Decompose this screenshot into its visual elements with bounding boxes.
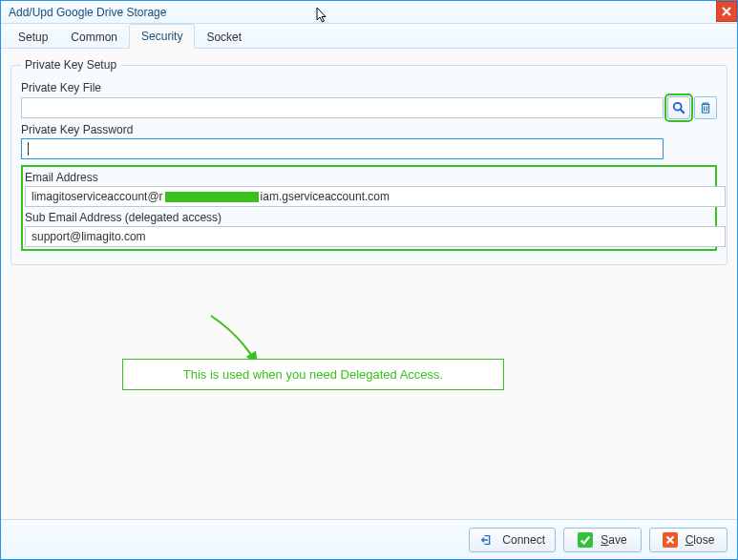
check-icon xyxy=(578,532,593,548)
groupbox-title: Private Key Setup xyxy=(21,58,120,72)
window-close-button[interactable] xyxy=(716,1,737,22)
tab-common[interactable]: Common xyxy=(59,26,129,49)
sub-email-input[interactable]: support@limagito.com xyxy=(25,226,726,247)
delegated-access-callout: This is used when you need Delegated Acc… xyxy=(122,359,504,390)
trash-icon xyxy=(699,101,712,114)
private-key-file-label: Private Key File xyxy=(21,81,717,94)
connect-button[interactable]: Connect xyxy=(469,528,556,552)
search-icon xyxy=(672,101,685,114)
content-area: Private Key Setup Private Key File Priva… xyxy=(1,49,737,519)
tab-socket[interactable]: Socket xyxy=(195,26,253,49)
close-icon xyxy=(722,7,731,16)
email-highlight-annotation: Email Address limagitoserviceaccount@ria… xyxy=(21,165,717,251)
email-address-input[interactable]: limagitoserviceaccount@riam.gserviceacco… xyxy=(25,186,726,207)
close-button[interactable]: Close xyxy=(649,528,727,552)
title-bar: Add/Upd Google Drive Storage xyxy=(1,1,737,24)
connect-icon xyxy=(479,532,495,548)
window-title: Add/Upd Google Drive Storage xyxy=(9,6,166,19)
private-key-password-label: Private Key Password xyxy=(21,123,717,136)
private-key-file-input[interactable] xyxy=(21,97,664,118)
redacted-segment xyxy=(165,192,259,202)
email-suffix: iam.gserviceaccount.com xyxy=(261,188,390,205)
x-icon xyxy=(663,532,678,548)
email-prefix: limagitoserviceaccount@r xyxy=(32,188,163,205)
mouse-cursor xyxy=(316,7,329,24)
private-key-setup-group: Private Key Setup Private Key File Priva… xyxy=(11,58,727,265)
email-address-label: Email Address xyxy=(25,171,713,184)
save-button[interactable]: Save xyxy=(563,528,642,552)
tab-bar: Setup Common Security Socket xyxy=(1,24,737,49)
browse-key-button[interactable] xyxy=(667,96,690,119)
sub-email-label: Sub Email Address (delegated access) xyxy=(25,211,713,224)
tab-security[interactable]: Security xyxy=(129,24,195,49)
svg-line-1 xyxy=(681,110,685,114)
footer-bar: Connect Save Close xyxy=(1,519,737,559)
tab-setup[interactable]: Setup xyxy=(7,26,59,49)
svg-point-0 xyxy=(674,103,682,111)
private-key-password-input[interactable] xyxy=(21,138,664,159)
clear-key-button[interactable] xyxy=(694,96,717,119)
